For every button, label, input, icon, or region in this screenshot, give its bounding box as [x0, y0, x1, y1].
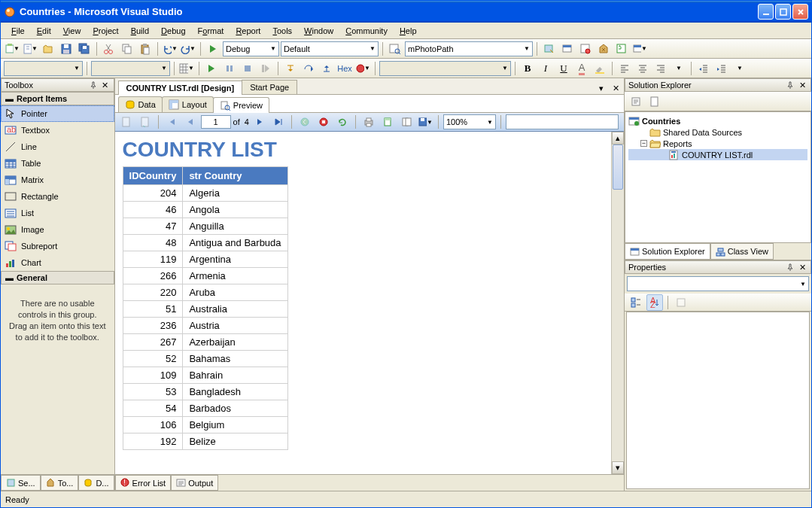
find-text-input[interactable]	[506, 114, 619, 129]
print-button[interactable]	[360, 114, 377, 130]
tb2-combo3[interactable]: ▼	[379, 61, 511, 76]
close-icon[interactable]: ✕	[797, 262, 807, 272]
tab-solution-explorer[interactable]: Solution Explorer	[625, 243, 710, 260]
tree-reports[interactable]: − Reports	[628, 138, 807, 149]
tb-icon5[interactable]: ▼	[631, 41, 648, 57]
properties-button[interactable]	[646, 93, 663, 110]
tool-list[interactable]: List	[1, 205, 114, 221]
stop-button[interactable]	[239, 60, 256, 77]
close-icon[interactable]: ✕	[100, 80, 111, 90]
refresh-button[interactable]	[628, 93, 644, 110]
print-layout-button[interactable]	[379, 114, 396, 130]
props-grid[interactable]	[626, 312, 810, 489]
prev-page-button[interactable]	[182, 114, 199, 130]
tb2-combo2[interactable]: ▼	[91, 61, 170, 76]
bg-color-button[interactable]	[592, 60, 608, 77]
tb-icon3[interactable]	[577, 41, 594, 57]
step-over-button[interactable]	[300, 60, 317, 77]
pin-icon[interactable]	[88, 80, 99, 90]
tab-dropdown-icon[interactable]: ▾	[595, 82, 607, 94]
tb2-grid-button[interactable]: ▼	[178, 60, 195, 77]
menu-edit[interactable]: Edit	[31, 25, 57, 37]
tool-textbox[interactable]: abTextbox	[1, 122, 114, 138]
indent-inc-button[interactable]	[713, 60, 730, 77]
vertical-scrollbar[interactable]: ▴ ▾	[611, 132, 624, 474]
stop-render-button[interactable]	[315, 114, 332, 130]
refresh-report-button[interactable]	[334, 114, 351, 130]
tab-data[interactable]: D...	[78, 475, 114, 491]
tool-image[interactable]: Image	[1, 221, 114, 238]
tab-server-explorer[interactable]: Se...	[1, 475, 41, 491]
add-item-button[interactable]: ▼	[22, 41, 38, 57]
config-combo[interactable]: Debug▼	[223, 41, 279, 56]
underline-button[interactable]: U	[555, 60, 572, 77]
scroll-up-icon[interactable]: ▴	[612, 132, 624, 144]
tool-chart[interactable]: Chart	[1, 254, 114, 271]
page-setup-button[interactable]	[398, 114, 415, 130]
tb2-combo1[interactable]: ▼	[4, 61, 83, 76]
tab-preview[interactable]: Preview	[213, 97, 269, 113]
menu-format[interactable]: Format	[192, 25, 230, 37]
tb-icon4[interactable]	[613, 41, 630, 57]
collapse-icon[interactable]: −	[640, 140, 647, 147]
more-indent-button[interactable]: ▼	[731, 60, 748, 77]
menu-view[interactable]: View	[57, 25, 87, 37]
pin-icon[interactable]	[785, 80, 795, 90]
align-left-button[interactable]	[616, 60, 633, 77]
minimize-button[interactable]	[758, 4, 774, 20]
tab-close-icon[interactable]: ✕	[610, 82, 622, 94]
zoom-combo[interactable]: 100%▼	[443, 114, 496, 129]
menu-tools[interactable]: Tools	[266, 25, 298, 37]
page-input[interactable]	[201, 115, 231, 129]
tree-file-country-list[interactable]: COUNTRY LIST.rdl	[628, 149, 807, 160]
start-button[interactable]	[203, 60, 220, 77]
toolbox-group-general[interactable]: ▬General	[1, 271, 114, 284]
align-right-button[interactable]	[652, 60, 669, 77]
menu-file[interactable]: File	[5, 25, 31, 37]
first-page-button[interactable]	[163, 114, 180, 130]
undo-button[interactable]: ▼	[162, 41, 178, 57]
tool-table[interactable]: Table	[1, 155, 114, 172]
restart-button[interactable]	[257, 60, 274, 77]
props-object-combo[interactable]: ▼	[627, 276, 809, 291]
tool-rectangle[interactable]: Rectangle	[1, 188, 114, 205]
menu-help[interactable]: Help	[394, 25, 423, 37]
next-page-button[interactable]	[251, 114, 268, 130]
step-into-button[interactable]	[282, 60, 299, 77]
tool-matrix[interactable]: Matrix	[1, 172, 114, 188]
menu-build[interactable]: Build	[125, 25, 155, 37]
new-project-button[interactable]: ▼	[4, 41, 20, 57]
tab-output[interactable]: Output	[171, 475, 218, 491]
scroll-down-icon[interactable]: ▾	[612, 461, 624, 474]
bold-button[interactable]: B	[519, 60, 536, 77]
indent-dec-button[interactable]	[695, 60, 712, 77]
font-color-button[interactable]: A	[573, 60, 590, 77]
tab-class-view[interactable]: Class View	[710, 243, 774, 260]
tool-pointer[interactable]: Pointer	[1, 105, 114, 122]
tab-error-list[interactable]: !Error List	[115, 475, 172, 491]
redo-button[interactable]: ▼	[180, 41, 196, 57]
menu-debug[interactable]: Debug	[155, 25, 191, 37]
tb-icon1[interactable]	[541, 41, 558, 57]
cut-button[interactable]	[101, 41, 117, 57]
tab-layout[interactable]: Layout	[162, 96, 214, 112]
tree-root[interactable]: Countries	[628, 115, 807, 126]
tree-shared-sources[interactable]: Shared Data Sources	[628, 126, 807, 138]
open-button[interactable]	[40, 41, 56, 57]
save-button[interactable]	[58, 41, 75, 57]
pin-icon[interactable]	[785, 262, 795, 272]
breakpoint-button[interactable]: ▼	[354, 60, 371, 77]
more-format-button[interactable]: ▼	[671, 60, 687, 77]
tb-icon2[interactable]	[559, 41, 576, 57]
refresh-button[interactable]	[137, 114, 154, 130]
alphabetical-button[interactable]: AZ	[646, 294, 663, 311]
platform-combo[interactable]: Default▼	[281, 41, 379, 56]
maximize-button[interactable]	[775, 4, 791, 20]
paste-button[interactable]	[137, 41, 154, 57]
scroll-thumb[interactable]	[613, 144, 623, 190]
close-icon[interactable]: ✕	[797, 80, 807, 90]
copy-button[interactable]	[119, 41, 135, 57]
tool-line[interactable]: Line	[1, 138, 114, 155]
menu-community[interactable]: Community	[339, 25, 394, 37]
find-combo[interactable]: mPhotoPath▼	[405, 41, 533, 56]
